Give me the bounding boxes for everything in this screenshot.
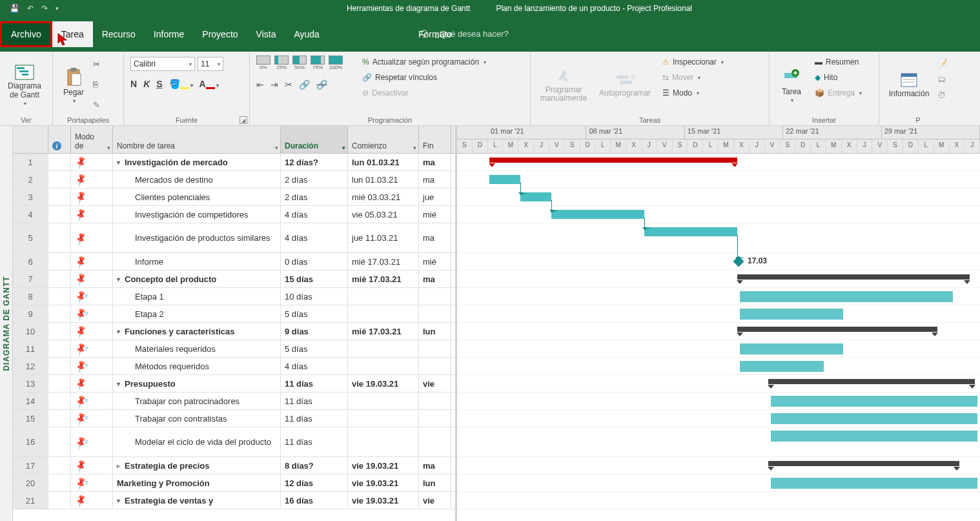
gantt-row[interactable] (457, 340, 980, 358)
table-row[interactable]: 14📌?Trabajar con patrocinadores11 días (13, 393, 455, 410)
outline-toggle-icon[interactable]: ▾ (117, 159, 123, 166)
row-number[interactable]: 7 (13, 271, 48, 287)
row-number[interactable]: 11 (13, 340, 48, 357)
task-name-cell[interactable]: Informe (113, 253, 281, 270)
row-info[interactable] (48, 189, 71, 205)
row-number[interactable]: 16 (13, 427, 48, 456)
task-bar[interactable] (520, 192, 551, 201)
table-row[interactable]: 3📌Clientes potenciales2 díasmié 03.03.21… (13, 189, 455, 206)
row-info[interactable] (48, 492, 71, 509)
gantt-row[interactable] (457, 457, 980, 475)
table-row[interactable]: 20📌?Marketing y Promoción12 díasvie 19.0… (13, 475, 455, 492)
row-mode[interactable]: 📌 (71, 206, 113, 223)
pct-50-button[interactable]: 50% (292, 56, 307, 70)
table-row[interactable]: 4📌Investigación de competidores4 díasvie… (13, 206, 455, 223)
duration-cell[interactable]: 9 días (281, 323, 348, 340)
task-bar[interactable] (551, 210, 644, 219)
row-info[interactable] (48, 427, 71, 456)
duration-cell[interactable]: 5 días (281, 340, 348, 357)
start-cell[interactable]: lun 01.03.21 (348, 171, 419, 188)
duration-cell[interactable]: 15 días (281, 271, 348, 287)
update-schedule-button[interactable]: %Actualizar según programación▾ (360, 57, 489, 67)
row-info[interactable] (48, 305, 71, 322)
row-number[interactable]: 14 (13, 393, 48, 409)
table-row[interactable]: 9📌?Etapa 25 días (13, 305, 455, 323)
task-bar[interactable] (771, 396, 977, 407)
task-name-cell[interactable]: ▹Estrategia de precios (113, 457, 281, 474)
row-mode[interactable]: 📌? (71, 288, 113, 305)
row-info[interactable] (48, 253, 71, 270)
deactivate-button[interactable]: ⊖Desactivar (360, 88, 489, 98)
row-info[interactable] (48, 206, 71, 223)
gantt-row[interactable] (457, 492, 980, 509)
start-cell[interactable] (348, 427, 419, 456)
outline-toggle-icon[interactable]: ▾ (117, 328, 123, 335)
col-rownum[interactable] (13, 126, 48, 153)
row-info[interactable] (48, 171, 71, 188)
undo-icon[interactable]: ↶ (27, 4, 34, 13)
summary-bar[interactable] (489, 158, 737, 163)
details-icon[interactable]: 🗂 (937, 74, 948, 84)
task-bar[interactable] (771, 478, 977, 489)
summary-bar[interactable] (768, 379, 975, 384)
duration-cell[interactable]: 4 días (281, 223, 348, 252)
respect-links-button[interactable]: 🔗Respetar vínculos (360, 72, 489, 83)
duration-cell[interactable]: 5 días (281, 305, 348, 322)
row-number[interactable]: 2 (13, 171, 48, 188)
gantt-row[interactable] (457, 305, 980, 323)
gantt-row[interactable] (457, 358, 980, 375)
pct-25-button[interactable]: 25% (274, 56, 289, 70)
gantt-row[interactable] (457, 223, 980, 253)
col-start[interactable]: Comienzo▾ (348, 126, 419, 153)
duration-cell[interactable]: 0 días (281, 253, 348, 270)
finish-cell[interactable]: lun (419, 323, 451, 340)
cut-icon[interactable]: ✂ (93, 59, 100, 69)
row-number[interactable]: 1 (13, 154, 48, 170)
table-row[interactable]: 10📌▾Funciones y características9 díasmié… (13, 323, 455, 340)
task-name-cell[interactable]: Investigación de productos similares (113, 223, 281, 252)
row-mode[interactable]: 📌 (71, 492, 113, 509)
row-info[interactable] (48, 410, 71, 427)
row-info[interactable] (48, 271, 71, 287)
font-color-button[interactable]: A▾ (199, 79, 219, 89)
task-name-cell[interactable]: ▾Investigación de mercado (113, 154, 281, 170)
inspect-button[interactable]: ⚠Inspeccionar▾ (660, 57, 726, 67)
copy-icon[interactable]: ⎘ (93, 79, 100, 89)
task-name-cell[interactable]: Trabajar con contratistas (113, 410, 281, 427)
task-name-cell[interactable]: Trabajar con patrocinadores (113, 393, 281, 409)
row-mode[interactable]: 📌 (71, 375, 113, 392)
gantt-chart[interactable]: 01 mar '2108 mar '2115 mar '2122 mar '21… (457, 126, 980, 521)
col-finish[interactable]: Fin (419, 126, 451, 153)
underline-button[interactable]: S (156, 79, 162, 89)
start-cell[interactable] (348, 288, 419, 305)
row-number[interactable]: 9 (13, 305, 48, 322)
unlink-icon[interactable]: 🔗 (316, 79, 327, 90)
gantt-row[interactable] (457, 271, 980, 288)
finish-cell[interactable] (419, 393, 451, 409)
manual-schedule-button[interactable]: Programar manualmente (535, 54, 593, 115)
font-name-select[interactable]: Calibri▾ (130, 57, 195, 71)
outline-toggle-icon[interactable]: ▾ (117, 497, 123, 504)
start-cell[interactable] (348, 305, 419, 322)
table-row[interactable]: 13📌▾Presupuesto11 díasvie 19.03.21vie (13, 375, 455, 393)
row-info[interactable] (48, 393, 71, 409)
finish-cell[interactable]: ma (419, 271, 451, 287)
task-bar[interactable] (771, 413, 977, 424)
duration-cell[interactable]: 12 días (281, 475, 348, 491)
row-info[interactable] (48, 288, 71, 305)
task-name-cell[interactable]: Métodos requeridos (113, 358, 281, 374)
row-info[interactable] (48, 323, 71, 340)
finish-cell[interactable]: lun (419, 475, 451, 491)
duration-cell[interactable]: 4 días (281, 206, 348, 223)
row-mode[interactable]: 📌 (71, 189, 113, 205)
gantt-row[interactable] (457, 154, 980, 171)
row-mode[interactable]: 📌? (71, 427, 113, 456)
start-cell[interactable]: mié 03.03.21 (348, 189, 419, 205)
table-row[interactable]: 5📌Investigación de productos similares4 … (13, 223, 455, 253)
menu-format[interactable]: Formato (407, 21, 464, 47)
deliverable-button[interactable]: 📦Entrega▾ (812, 88, 864, 98)
task-name-cell[interactable]: ▾Concepto del producto (113, 271, 281, 287)
table-row[interactable]: 1📌▾Investigación de mercado12 días?lun 0… (13, 154, 455, 171)
table-row[interactable]: 12📌?Métodos requeridos4 días (13, 358, 455, 375)
row-mode[interactable]: 📌? (71, 305, 113, 322)
